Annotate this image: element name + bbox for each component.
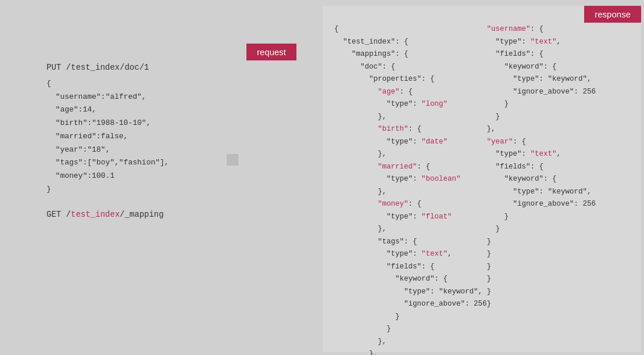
response-content: { "test_index": { "mappings": { "doc": {… <box>323 6 641 355</box>
response-right-col: "username": { "type": "text", "fields": … <box>487 23 644 355</box>
request-body: { "username":"alfred", "age":14, "birth"… <box>46 77 285 196</box>
response-left-col: { "test_index": { "mappings": { "doc": {… <box>334 23 487 355</box>
response-panel: response { "test_index": { "mappings": {… <box>323 6 641 352</box>
get-link[interactable]: test_index <box>71 210 120 219</box>
get-prefix: GET / <box>46 210 71 219</box>
request-get-line: GET /test_index/_mapping <box>46 208 285 222</box>
request-badge: request <box>246 44 296 60</box>
request-panel: request PUT /test_index/doc/1 { "usernam… <box>35 44 296 270</box>
gray-square <box>227 154 238 166</box>
request-content: PUT /test_index/doc/1 { "username":"alfr… <box>35 44 296 233</box>
get-suffix: /_mapping <box>120 210 164 219</box>
response-badge: response <box>584 6 641 23</box>
request-method-line: PUT /test_index/doc/1 <box>46 61 285 75</box>
